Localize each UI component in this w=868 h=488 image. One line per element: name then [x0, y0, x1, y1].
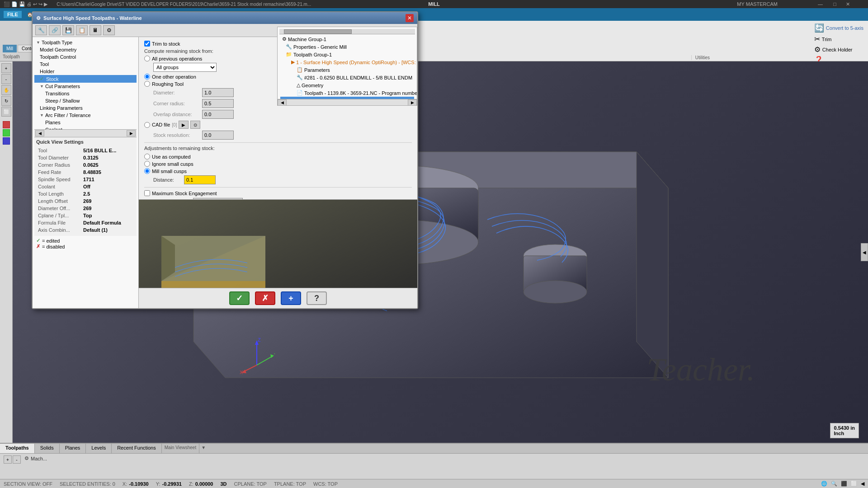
- status-icon-1[interactable]: 🌐: [821, 481, 827, 487]
- radio-roughing[interactable]: [144, 81, 150, 87]
- groups-dropdown[interactable]: All groups: [153, 63, 217, 72]
- maximize-icon[interactable]: □: [833, 1, 836, 7]
- modal-calc-btn[interactable]: 🖩: [90, 25, 101, 35]
- help-button[interactable]: ?: [307, 291, 327, 305]
- radio-all-previous[interactable]: [144, 56, 150, 61]
- preview-tree-item-geometry[interactable]: △ Geometry: [280, 81, 414, 89]
- cancel-button[interactable]: ✗: [255, 291, 275, 305]
- tab-planes[interactable]: Planes: [60, 444, 86, 453]
- minimize-icon[interactable]: —: [818, 1, 823, 7]
- radio-use-computed[interactable]: [144, 154, 150, 160]
- field-label: Tool: [37, 147, 81, 154]
- trim-label[interactable]: Trim: [822, 37, 832, 42]
- table-row: Coolant Off: [37, 183, 134, 190]
- layer-green: [3, 129, 10, 136]
- check-holder-label[interactable]: Check Holder: [822, 47, 853, 52]
- radio-roughing-label: Roughing Tool: [152, 81, 184, 87]
- right-expand-handle[interactable]: ◀: [861, 243, 868, 261]
- tree-item-steep-shallow[interactable]: Steep / Shallow: [34, 97, 137, 104]
- my-mastercam[interactable]: MY MASTERCAM: [737, 1, 778, 7]
- max-stock-engagement-checkbox[interactable]: [144, 190, 150, 196]
- cplane-item: CPLANE: TOP: [234, 481, 267, 487]
- tplane-label: TPLANE: TOP: [274, 481, 306, 487]
- overlap-distance-input[interactable]: [202, 110, 234, 119]
- status-icon-5[interactable]: ◀: [861, 481, 864, 487]
- tree-scroll-left[interactable]: ◀: [35, 130, 44, 136]
- tree-item-arc-filter[interactable]: ▼ Arc Filter / Tolerance: [34, 112, 137, 119]
- tree-item-transitions[interactable]: Transitions: [34, 90, 137, 97]
- modal-tool-btn[interactable]: 🔧: [35, 25, 47, 35]
- triangles-label: Parameters - Triangles = 31536 - 770.0K: [304, 106, 394, 106]
- radio-mill-small[interactable]: [144, 168, 150, 174]
- tree-item-tool[interactable]: Tool: [34, 61, 137, 68]
- rotate-btn[interactable]: ↻: [1, 96, 11, 106]
- modal-save-btn[interactable]: 💾: [62, 25, 74, 35]
- y-value: -0.29931: [162, 481, 182, 487]
- tree-item-holder[interactable]: Holder: [34, 68, 137, 75]
- legend-disabled: ✗ = disabled: [36, 244, 135, 249]
- close-icon[interactable]: ✕: [846, 1, 850, 7]
- status-icon-4[interactable]: ⬜: [851, 481, 857, 487]
- tree-item-stock[interactable]: ✓ Stock: [34, 75, 137, 83]
- add-button[interactable]: +: [281, 291, 301, 305]
- modal-settings-btn[interactable]: ⚙: [103, 25, 115, 35]
- convert-section: 🔄 Convert to 5-axis ✂ Trim ⚙ Check Holde…: [814, 23, 863, 64]
- preview-tree-item-params[interactable]: 📋 Parameters: [280, 66, 414, 74]
- svg-point-9: [524, 281, 587, 303]
- cad-file-btn1[interactable]: ▶: [179, 121, 189, 129]
- preview-scroll-left[interactable]: ◀: [278, 99, 287, 106]
- field-label: Cplane / Tpl...: [37, 212, 81, 219]
- ok-button[interactable]: ✓: [229, 291, 250, 305]
- tab-solids[interactable]: Solids: [35, 444, 60, 453]
- corner-radius-input[interactable]: [202, 99, 234, 108]
- tree-scroll-right[interactable]: ▶: [127, 130, 136, 136]
- tree-item-coolant[interactable]: Coolant: [34, 126, 137, 129]
- trim-to-stock-checkbox[interactable]: [144, 41, 150, 47]
- tab-mill[interactable]: Mill: [3, 45, 17, 52]
- viewsheet-arrow[interactable]: ▼: [199, 444, 208, 453]
- fit-btn[interactable]: ⬜: [1, 107, 11, 117]
- radio-one-other[interactable]: [144, 74, 150, 80]
- radio-cad-file[interactable]: [144, 122, 150, 128]
- diameter-input[interactable]: [202, 88, 234, 97]
- preview-tree-item-op1[interactable]: ▶ 1 - Surface High Speed (Dynamic OptiRo…: [280, 58, 414, 66]
- status-icon-3[interactable]: ⬛: [841, 481, 847, 487]
- table-row: Diameter Off... 269: [37, 205, 134, 211]
- modal-chain-btn[interactable]: 🔗: [49, 25, 61, 35]
- convert-label[interactable]: Convert to 5-axis: [826, 25, 863, 31]
- status-icon-2[interactable]: 🔍: [831, 481, 837, 487]
- tp-expand-btn[interactable]: +: [4, 455, 12, 464]
- tab-levels[interactable]: Levels: [86, 444, 112, 453]
- tree-item-toolpath-type[interactable]: ▼ Toolpath Type: [34, 39, 137, 46]
- tree-item-planes[interactable]: Planes: [34, 119, 137, 126]
- preview-tree-item-tool-def[interactable]: 🔧 #281 - 0.6250 BULL ENDMILL - 5/8 BULL …: [280, 74, 414, 81]
- selected-entities-label: SELECTED ENTITIES: 0: [60, 481, 115, 487]
- left-toolbar: + - ✋ ↻ ⬜: [0, 61, 13, 443]
- zoom-out-btn[interactable]: -: [1, 74, 11, 84]
- radio-ignore-small[interactable]: [144, 161, 150, 167]
- tree-item-linking[interactable]: Linking Parameters: [34, 104, 137, 112]
- zoom-btn[interactable]: +: [1, 63, 11, 73]
- preview-tree-item-toolpath-file[interactable]: 📄 Toolpath - 1139.8K - 3659-21.NC - Prog…: [280, 89, 414, 97]
- preview-tree-item-toolpath-group[interactable]: 📁 Toolpath Group-1: [280, 51, 414, 58]
- preview-tree-item-machine[interactable]: ⚙ Machine Group-1: [280, 35, 414, 43]
- tp-collapse-btn[interactable]: -: [13, 455, 21, 464]
- modal-close-button[interactable]: ✕: [406, 14, 414, 22]
- preview-scroll-right[interactable]: ▶: [408, 99, 417, 106]
- tree-item-cut-parameters[interactable]: ▼ Cut Parameters: [34, 83, 137, 90]
- tab-toolpaths[interactable]: Toolpaths: [0, 444, 35, 453]
- modal-save2-btn[interactable]: 📋: [76, 25, 88, 35]
- cad-file-btn2[interactable]: ⊙: [190, 121, 200, 129]
- preview-tree-item-properties[interactable]: 🔧 Properties - Generic Mill: [280, 43, 414, 51]
- pan-btn[interactable]: ✋: [1, 85, 11, 95]
- params-label: Parameters: [304, 67, 330, 73]
- tree-item-toolpath-control[interactable]: Toolpath Control: [34, 53, 137, 61]
- tree-label: Stock: [46, 76, 59, 82]
- viewsheet-label[interactable]: Main Viewsheet: [162, 444, 199, 453]
- stock-resolution-input[interactable]: [202, 131, 234, 140]
- preview-tree-scrollbar[interactable]: [279, 29, 415, 34]
- file-button[interactable]: FILE: [4, 11, 22, 18]
- tab-recent-functions[interactable]: Recent Functions: [112, 444, 162, 453]
- distance-input[interactable]: [184, 175, 216, 184]
- tree-item-model-geometry[interactable]: Model Geometry: [34, 46, 137, 53]
